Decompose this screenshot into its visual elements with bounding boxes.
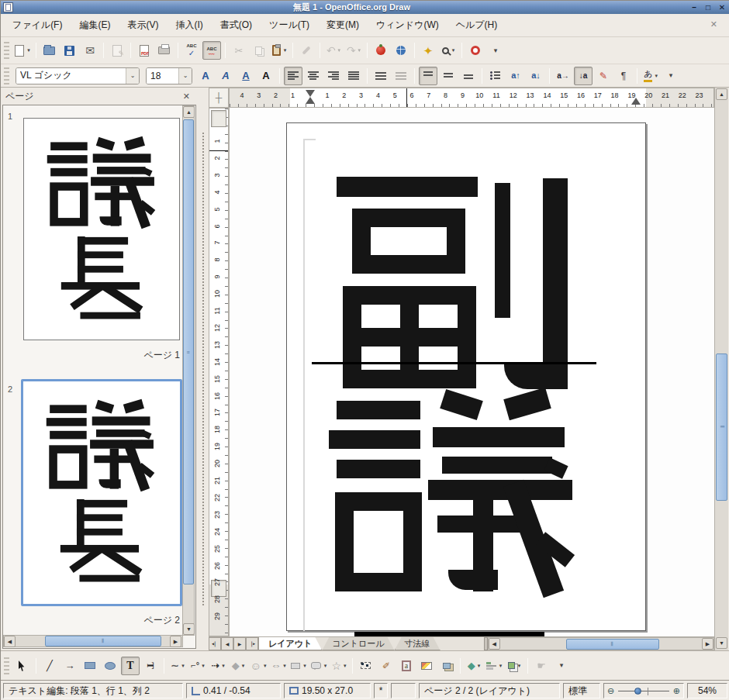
- std-help-button[interactable]: [466, 41, 485, 60]
- menu-insert[interactable]: 挿入(I): [168, 16, 209, 35]
- menu-view[interactable]: 表示(V): [120, 16, 165, 35]
- menu-format[interactable]: 書式(O): [213, 16, 259, 35]
- page-2-thumbnail[interactable]: 議長: [21, 379, 182, 606]
- close-document-button[interactable]: ✕: [704, 19, 724, 29]
- fmt-character-dialog-button[interactable]: ✎: [594, 67, 613, 85]
- maximize-button[interactable]: □: [702, 2, 714, 13]
- std-undo-button[interactable]: ↶: [324, 41, 343, 60]
- scroll-down-icon[interactable]: ▼: [183, 623, 195, 635]
- draw-block-arrows-button[interactable]: ⇔: [269, 657, 288, 675]
- draw-curve-button[interactable]: ∼: [168, 657, 187, 675]
- fmt-align-justify-button[interactable]: [344, 67, 363, 85]
- std-cut-button[interactable]: ✂: [230, 41, 248, 60]
- draw-symbol-shapes-button[interactable]: ☺: [249, 657, 268, 675]
- std-copy-button[interactable]: [250, 41, 268, 60]
- draw-edit-points-button[interactable]: [357, 657, 375, 675]
- draw-interaction-button[interactable]: ☛: [532, 657, 551, 675]
- std-spellcheck-button[interactable]: ABC: [182, 41, 201, 60]
- page-info-field[interactable]: ページ 2 / 2 (レイアウト): [419, 683, 560, 698]
- scroll-left-icon[interactable]: ◀: [489, 638, 500, 650]
- std-zoom-button[interactable]: [439, 41, 458, 60]
- indent-marker-origin[interactable]: [306, 90, 315, 104]
- canvas-horizontal-scrollbar[interactable]: ◀ ⦀ ▶: [488, 637, 714, 650]
- fmt-valign-center-button[interactable]: [439, 67, 458, 85]
- layer-tab-layout[interactable]: レイアウト: [258, 637, 322, 650]
- std-toolbar-options-button[interactable]: ▾: [486, 41, 505, 60]
- next-page-button[interactable]: ▶: [233, 637, 246, 650]
- zoom-in-icon[interactable]: ⊕: [673, 686, 680, 696]
- fmt-font-color-button[interactable]: A: [257, 67, 275, 85]
- draw-vertical-text-button[interactable]: T: [141, 657, 160, 675]
- panel-splitter[interactable]: [198, 88, 209, 650]
- canvas-vscrollbar-thumb[interactable]: ⦀: [716, 353, 727, 501]
- fmt-align-right-button[interactable]: [324, 67, 343, 85]
- fmt-valign-bottom-button[interactable]: [459, 67, 478, 85]
- std-new-document-button[interactable]: [13, 41, 32, 60]
- std-format-paintbrush-button[interactable]: [297, 41, 316, 60]
- draw-arrange-button[interactable]: [505, 657, 523, 675]
- last-page-button[interactable]: ▕⯈: [246, 637, 258, 650]
- draw-callouts-button[interactable]: [309, 657, 328, 675]
- zoom-out-icon[interactable]: ⊖: [607, 686, 614, 696]
- toolbar-drag-handle[interactable]: [4, 67, 9, 84]
- zoom-slider-track[interactable]: [618, 691, 669, 691]
- fmt-italic-button[interactable]: A: [216, 67, 235, 85]
- menu-file[interactable]: ファイル(F): [5, 16, 69, 35]
- zoom-slider[interactable]: ⊖ ⊕: [603, 683, 684, 698]
- draw-stars-button[interactable]: ☆: [330, 657, 348, 675]
- font-size-combo[interactable]: ⌄: [146, 67, 192, 84]
- scroll-up-icon[interactable]: ▲: [716, 88, 727, 100]
- std-export-pdf-button[interactable]: PDF: [135, 41, 154, 60]
- fmt-toolbar-options-button[interactable]: ▾: [662, 67, 680, 85]
- canvas-hscrollbar-thumb[interactable]: ⦀: [566, 639, 659, 650]
- draw-gallery-images-button[interactable]: [437, 657, 456, 675]
- fmt-align-center-button[interactable]: [304, 67, 323, 85]
- draw-connector-button[interactable]: ⌐°: [188, 657, 207, 675]
- menu-help[interactable]: ヘルプ(H): [449, 16, 505, 35]
- scroll-up-icon[interactable]: ▲: [183, 106, 195, 118]
- edit-status-field[interactable]: テキスト編集: 段落 1、行 1、列 2: [3, 683, 183, 698]
- std-save-button[interactable]: [60, 41, 79, 60]
- menu-modify[interactable]: 変更(M): [320, 16, 366, 35]
- scroll-left-icon[interactable]: ◀: [4, 636, 16, 647]
- chevron-down-icon[interactable]: ⌄: [178, 68, 192, 84]
- std-navigator-button[interactable]: ✦: [419, 41, 437, 60]
- menu-window[interactable]: ウィンドウ(W): [369, 16, 446, 35]
- std-edit-file-button[interactable]: ✎: [108, 41, 126, 60]
- close-button[interactable]: ✕: [716, 2, 728, 13]
- page-style-field[interactable]: 標準: [563, 683, 600, 698]
- draw-glue-points-button[interactable]: ✐: [377, 657, 396, 675]
- std-email-document-button[interactable]: ✉: [81, 41, 99, 60]
- fmt-align-left-button[interactable]: [284, 67, 302, 85]
- draw-fontwork-button[interactable]: a: [397, 657, 416, 675]
- scroll-right-icon[interactable]: ▶: [170, 636, 181, 647]
- fmt-valign-top-button[interactable]: [419, 67, 437, 85]
- layer-tab-controls[interactable]: コントロール: [322, 637, 394, 650]
- fmt-paragraph-dialog-button[interactable]: ¶: [614, 67, 633, 85]
- indent-marker-top[interactable]: [211, 110, 226, 127]
- draw-rotate-button[interactable]: ◆: [465, 657, 483, 675]
- std-redo-button[interactable]: ↷: [344, 41, 363, 60]
- first-page-button[interactable]: ⯇▏: [209, 637, 221, 650]
- draw-toolbar-options-button[interactable]: ▾: [552, 657, 571, 675]
- fmt-increase-font-button[interactable]: a↑: [506, 67, 525, 85]
- scroll-down-icon[interactable]: ▼: [716, 637, 727, 649]
- font-name-input[interactable]: [16, 68, 126, 84]
- draw-arrow-button[interactable]: →: [60, 657, 79, 675]
- scroll-right-icon[interactable]: ▶: [702, 638, 713, 650]
- panel-hscrollbar-thumb[interactable]: ⦀: [45, 636, 161, 647]
- toolbar-drag-handle[interactable]: [4, 657, 9, 674]
- fmt-paragraph-spacing-increase-button[interactable]: [371, 67, 390, 85]
- fmt-asian-phonetic-button[interactable]: あ: [641, 67, 660, 85]
- fmt-bullets-button[interactable]: [486, 67, 505, 85]
- zoom-slider-thumb[interactable]: [634, 688, 641, 695]
- position-field[interactable]: 0.41 / -0.54: [186, 683, 281, 698]
- drawing-canvas[interactable]: 副 議: [229, 108, 714, 636]
- minimize-button[interactable]: –: [688, 2, 700, 13]
- ruler-corner[interactable]: ┼: [209, 88, 229, 108]
- fmt-underline-button[interactable]: A: [237, 67, 255, 85]
- zoom-percentage[interactable]: 54%: [687, 683, 727, 698]
- menu-edit[interactable]: 編集(E): [72, 16, 117, 35]
- fmt-bold-button[interactable]: A: [196, 67, 215, 85]
- std-print-button[interactable]: [155, 41, 174, 60]
